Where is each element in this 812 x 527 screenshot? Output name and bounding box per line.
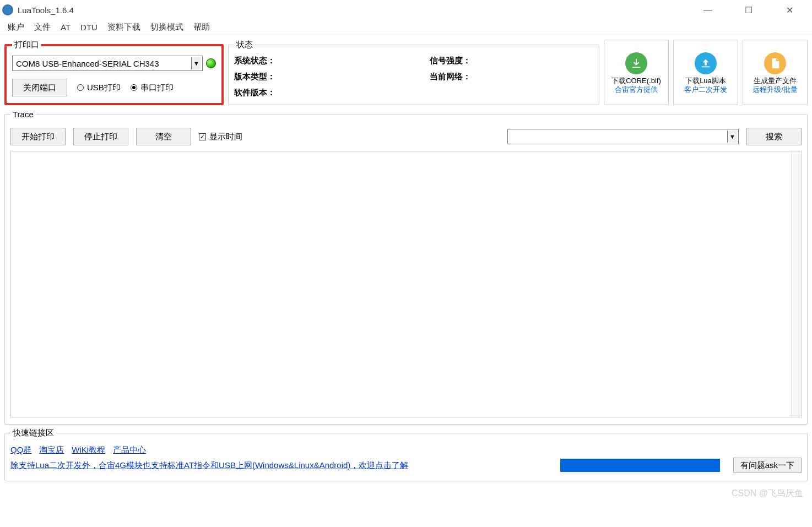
file-icon [764, 52, 786, 74]
menu-switch-mode[interactable]: 切换模式 [150, 22, 183, 32]
label-network: 当前网络： [430, 72, 471, 82]
card-title: 生成量产文件 [754, 77, 797, 85]
label-sw-ver: 软件版本： [234, 88, 275, 98]
quicklinks-legend: 快速链接区 [10, 428, 56, 438]
menubar: 账户 文件 AT DTU 资料下载 切换模式 帮助 [0, 20, 812, 35]
search-button[interactable]: 搜索 [746, 128, 802, 145]
check-icon: ✓ [199, 133, 206, 140]
ask-button[interactable]: 有问题ask一下 [733, 458, 802, 473]
status-legend: 状态 [234, 40, 255, 50]
trace-output[interactable] [10, 151, 802, 417]
trace-toolbar: 开始打印 停止打印 清空 ✓ 显示时间 ▼ 搜索 [10, 124, 802, 151]
app-icon [2, 4, 13, 15]
link-product[interactable]: 产品中心 [113, 445, 146, 455]
link-long-desc[interactable]: 除支持Lua二次开发外，合宙4G模块也支持标准AT指令和USB上网(Window… [10, 460, 408, 471]
progress-bar [560, 459, 720, 472]
menu-account[interactable]: 账户 [8, 22, 24, 32]
window-controls: — ☐ ✕ [695, 2, 810, 18]
card-subtitle: 客户二次开发 [684, 85, 727, 94]
menu-help[interactable]: 帮助 [193, 22, 210, 32]
status-group: 状态 系统状态： 版本类型： 软件版本： 信号强度： 当前网络： [228, 40, 599, 105]
print-port-legend: 打印口 [12, 40, 41, 50]
label-ver-type: 版本类型： [234, 72, 275, 82]
link-qq[interactable]: QQ群 [10, 445, 31, 455]
status-led-icon [206, 58, 216, 68]
show-time-checkbox[interactable]: ✓ 显示时间 [199, 132, 242, 142]
card-download-core[interactable]: 下载CORE(.blf) 合宙官方提供 [604, 40, 669, 105]
chevron-down-icon[interactable]: ▼ [727, 131, 737, 143]
trace-group: Trace 开始打印 停止打印 清空 ✓ 显示时间 ▼ 搜索 [4, 110, 808, 425]
top-row: 打印口 COM8 USB-Enhanced-SERIAL CH343 ▼ 关闭端… [0, 35, 812, 107]
card-title: 下载CORE(.blf) [611, 77, 661, 85]
quicklinks-group: 快速链接区 QQ群 淘宝店 WiKi教程 产品中心 除支持Lua二次开发外，合宙… [4, 428, 808, 481]
close-port-button[interactable]: 关闭端口 [12, 79, 67, 96]
trace-legend: Trace [10, 110, 36, 119]
menu-download[interactable]: 资料下载 [107, 22, 140, 32]
print-port-group: 打印口 COM8 USB-Enhanced-SERIAL CH343 ▼ 关闭端… [4, 40, 224, 105]
radio-serial-print[interactable]: 串口打印 [131, 83, 174, 93]
window-title: LuaTools_1.6.4 [18, 6, 695, 15]
card-download-lua[interactable]: 下载Lua脚本 客户二次开发 [673, 40, 738, 105]
radio-icon [131, 84, 137, 91]
label-sys-status: 系统状态： [234, 56, 275, 66]
link-taobao[interactable]: 淘宝店 [39, 445, 64, 455]
menu-file[interactable]: 文件 [34, 22, 51, 32]
maximize-button[interactable]: ☐ [736, 2, 761, 18]
port-combobox[interactable]: COM8 USB-Enhanced-SERIAL CH343 ▼ [12, 56, 203, 71]
card-subtitle: 远程升级/批量 [753, 85, 798, 94]
menu-dtu[interactable]: DTU [80, 23, 98, 32]
app-window: LuaTools_1.6.4 — ☐ ✕ 账户 文件 AT DTU 资料下载 切… [0, 0, 812, 527]
card-title: 下载Lua脚本 [685, 77, 726, 85]
radio-usb-label: USB打印 [87, 83, 121, 93]
radio-serial-label: 串口打印 [140, 83, 174, 93]
minimize-button[interactable]: — [695, 2, 721, 18]
stop-print-button[interactable]: 停止打印 [73, 128, 128, 145]
watermark: CSDN @飞鸟厌鱼 [732, 488, 803, 499]
show-time-label: 显示时间 [209, 132, 242, 142]
scrollbar[interactable] [791, 151, 801, 417]
clear-button[interactable]: 清空 [136, 128, 191, 145]
radio-usb-print[interactable]: USB打印 [77, 83, 121, 93]
menu-at[interactable]: AT [61, 23, 71, 32]
titlebar: LuaTools_1.6.4 — ☐ ✕ [0, 0, 812, 20]
start-print-button[interactable]: 开始打印 [10, 128, 66, 145]
radio-icon [77, 84, 84, 91]
port-value: COM8 USB-Enhanced-SERIAL CH343 [16, 59, 159, 68]
card-subtitle: 合宙官方提供 [615, 85, 658, 94]
close-button[interactable]: ✕ [777, 2, 802, 18]
chevron-down-icon[interactable]: ▼ [191, 57, 201, 69]
label-signal: 信号强度： [430, 56, 471, 66]
card-generate-prod[interactable]: 生成量产文件 远程升级/批量 [743, 40, 808, 105]
upload-icon [695, 52, 717, 74]
link-wiki[interactable]: WiKi教程 [72, 445, 105, 455]
search-combobox[interactable]: ▼ [507, 129, 739, 144]
download-icon [625, 52, 647, 74]
